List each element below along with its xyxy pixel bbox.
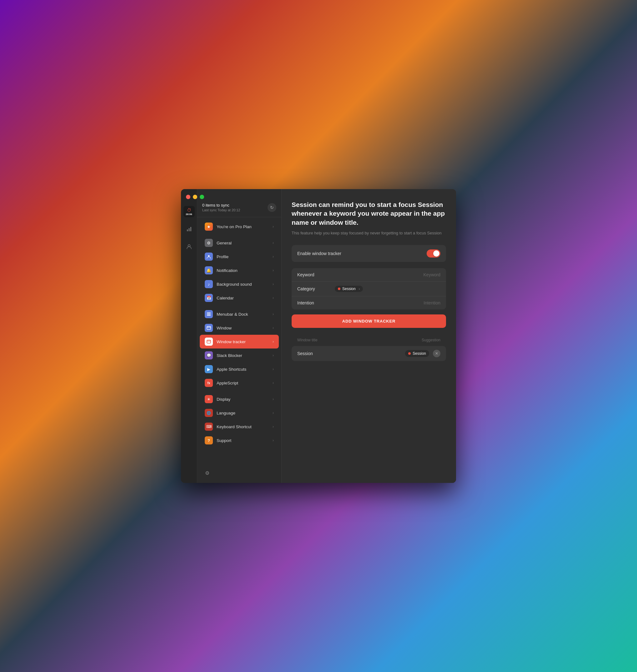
refresh-icon: ↻ [270,205,274,210]
calendar-icon: 📅 [205,294,213,302]
sidebar-item-window[interactable]: Window › [200,321,279,335]
shortcuts-icon: ▶ [205,365,213,373]
chevron-icon: › [273,326,274,330]
chevron-icon: › [273,424,274,429]
sidebar-item-applescript[interactable]: fx AppleScript › [200,376,279,390]
svg-rect-5 [207,312,211,313]
category-row: Category Session › [292,281,446,296]
chevron-icon: › [273,438,274,442]
sidebar-item-display[interactable]: ☀ Display › [200,392,279,406]
profile-button[interactable] [183,241,195,252]
table-row: Session Session ✕ [292,346,446,361]
chevron-icon: › [273,296,274,300]
window-icon [205,324,213,332]
main-content: Session can remind you to start a focus … [281,189,456,483]
sidebar-item-apple-shortcuts[interactable]: ▶ Apple Shortcuts › [200,362,279,376]
notification-icon: 🔔 [205,266,213,274]
mini-sidebar: ⏱ 28:06 [181,189,197,483]
settings-button[interactable]: ⚙ [202,468,212,478]
sidebar-item-language[interactable]: 🌐 Language › [200,406,279,420]
timer-display: 28:06 [186,213,192,216]
sidebar-item-notification[interactable]: 🔔 Notification › [200,264,279,277]
person-icon [186,244,192,250]
window-tracker-icon [205,338,213,346]
stats-icon [186,226,192,232]
sidebar-item-general[interactable]: ⚙ General › [200,236,279,250]
sync-button[interactable]: ↻ [268,203,276,212]
chevron-icon: › [273,397,274,401]
sidebar-item-slack-blocker[interactable]: 💬 Slack Blocker › [200,348,279,362]
sidebar-item-profile[interactable]: Profile › [200,250,279,264]
sidebar-label-applescript: AppleScript [217,381,238,385]
sidebar-item-menubar[interactable]: Menubar & Dock › [200,307,279,321]
sidebar-item-calendar[interactable]: 📅 Calendar › [200,291,279,305]
keyword-input[interactable] [335,272,440,277]
category-chevron-icon: › [359,287,360,291]
svg-rect-7 [207,315,211,316]
enable-toggle[interactable] [426,250,440,257]
sidebar-label-language: Language [217,411,235,415]
sync-info: 0 items to sync Last sync Today at 20:12 [202,203,240,212]
timer-widget[interactable]: ⏱ 28:06 [183,206,195,217]
chevron-icon: › [273,282,274,286]
sidebar-item-support[interactable]: ? Support › [200,434,279,447]
col-window-title: Window title [297,338,317,342]
remove-row-button[interactable]: ✕ [433,350,440,357]
intention-label: Intention [297,301,335,305]
chevron-icon: › [273,411,274,415]
stats-button[interactable] [183,223,195,235]
badge-dot [338,288,340,290]
general-icon: ⚙ [205,239,213,247]
profile-icon [205,253,213,261]
gear-icon: ⚙ [205,470,210,476]
form-section: Keyword Category Session › Intention [292,268,446,309]
category-badge[interactable]: Session › [335,286,363,292]
page-subtext: This feature help you keep stay focused … [292,230,446,236]
sidebar-item-keyboard-shortcut[interactable]: ⌨ Keyboard Shortcut › [200,420,279,434]
sync-title: 0 items to sync [202,203,240,207]
sidebar: 0 items to sync Last sync Today at 20:12… [197,189,281,483]
sidebar-item-window-tracker[interactable]: Window tracker › [200,335,279,348]
minimize-button[interactable] [193,195,197,199]
chevron-icon: › [273,312,274,316]
chevron-icon: › [273,241,274,245]
language-icon: 🌐 [205,409,213,417]
chevron-icon: › [273,254,274,259]
sidebar-label-menubar: Menubar & Dock [217,312,248,316]
chevron-icon: › [273,224,274,229]
svg-rect-10 [207,340,211,343]
svg-rect-2 [190,227,191,231]
chevron-icon: › [273,353,274,358]
add-window-tracker-button[interactable]: ADD WINDOW TRACKER [292,314,446,328]
bg-sound-icon: ♪ [205,280,213,288]
support-icon: ? [205,436,213,444]
intention-input[interactable] [335,301,440,305]
category-label: Category [297,286,335,291]
clock-icon: ⏱ [187,207,191,213]
chevron-icon: › [273,367,274,371]
sidebar-item-background-sound[interactable]: ♪ Background sound › [200,277,279,291]
chevron-icon: › [273,340,274,344]
sidebar-label-general: General [217,241,232,246]
maximize-button[interactable] [200,195,204,199]
sidebar-label-profile: Profile [217,254,229,259]
svg-point-4 [208,255,210,257]
sidebar-label-window-tracker: Window tracker [217,340,246,344]
suggestion-value: Session [413,351,426,356]
sidebar-item-pro[interactable]: ★ You're on Pro Plan › [200,220,279,234]
close-button[interactable] [186,195,190,199]
keyword-row: Keyword [292,268,446,281]
intention-row: Intention [292,296,446,309]
chevron-icon: › [273,268,274,273]
enable-window-tracker-row: Enable window tracker [292,245,446,262]
table-header: Window title Suggestion [292,335,446,345]
sidebar-label-support: Support [217,438,231,443]
svg-rect-1 [188,228,189,231]
row-title: Session [297,351,401,356]
sidebar-bottom: ⚙ [197,466,281,483]
slack-icon: 💬 [205,351,213,360]
svg-rect-6 [207,314,211,314]
sync-subtitle: Last sync Today at 20:12 [202,208,240,212]
sidebar-label-bg-sound: Background sound [217,282,252,287]
col-suggestion: Suggestion [422,338,440,342]
